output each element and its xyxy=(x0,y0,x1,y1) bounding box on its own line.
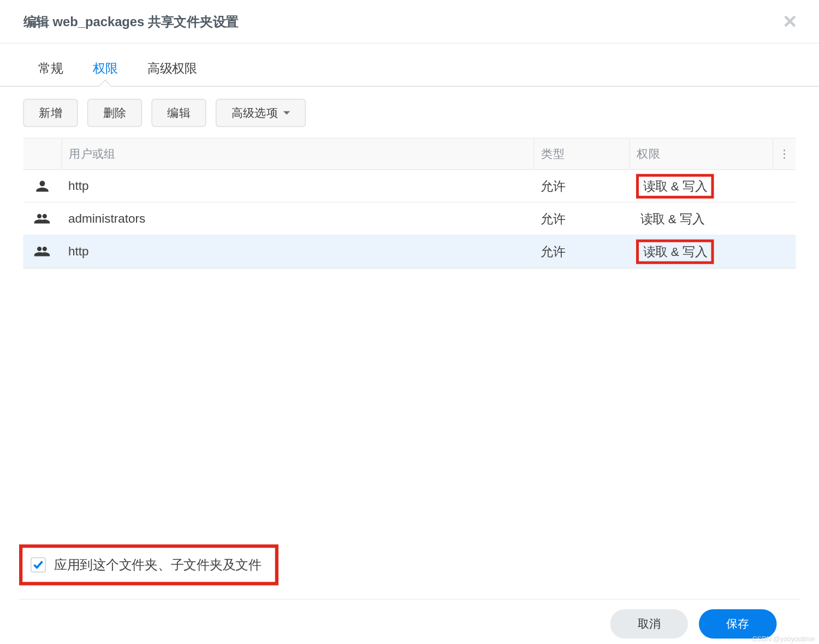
close-icon[interactable]: ✕ xyxy=(782,13,798,31)
tabs: 常规 权限 高级权限 xyxy=(0,46,819,87)
cell-type: 允许 xyxy=(534,243,630,260)
delete-button[interactable]: 删除 xyxy=(87,99,142,127)
apply-checkbox[interactable] xyxy=(31,557,46,573)
cell-permission: 读取 & 写入 xyxy=(630,174,773,198)
table-row[interactable]: http 允许 读取 & 写入 xyxy=(23,170,796,202)
check-icon xyxy=(33,559,44,570)
add-button[interactable]: 新增 xyxy=(23,99,78,127)
table-row[interactable]: http 允许 读取 & 写入 xyxy=(23,235,796,268)
tab-general[interactable]: 常规 xyxy=(23,46,78,86)
cancel-button[interactable]: 取消 xyxy=(610,609,689,639)
apply-checkbox-label: 应用到这个文件夹、子文件夹及文件 xyxy=(54,556,262,574)
button-bar: 取消 保存 xyxy=(19,599,800,642)
cell-permission: 读取 & 写入 xyxy=(630,209,773,228)
cell-name: administrators xyxy=(62,212,534,226)
group-icon xyxy=(23,211,62,226)
th-permission[interactable]: 权限 xyxy=(630,139,773,169)
column-options-icon[interactable]: ⋮ xyxy=(773,139,796,169)
dialog-title: 编辑 web_packages 共享文件夹设置 xyxy=(23,13,782,31)
advanced-options-label: 高级选项 xyxy=(232,105,278,121)
th-type[interactable]: 类型 xyxy=(534,139,630,169)
dialog: 编辑 web_packages 共享文件夹设置 ✕ 常规 权限 高级权限 新增 … xyxy=(0,0,819,644)
tab-advanced-permissions[interactable]: 高级权限 xyxy=(133,46,212,86)
user-icon xyxy=(23,178,62,194)
table-header: 用户或组 类型 权限 ⋮ xyxy=(23,139,796,170)
chevron-down-icon xyxy=(283,111,290,115)
cell-type: 允许 xyxy=(534,178,630,194)
cell-name: http xyxy=(62,179,534,193)
cell-name: http xyxy=(62,245,534,259)
advanced-options-button[interactable]: 高级选项 xyxy=(216,99,306,127)
cell-permission: 读取 & 写入 xyxy=(630,239,773,264)
save-button[interactable]: 保存 xyxy=(699,609,777,639)
group-icon xyxy=(23,244,62,259)
toolbar: 新增 删除 编辑 高级选项 xyxy=(0,87,819,138)
table-row[interactable]: administrators 允许 读取 & 写入 xyxy=(23,202,796,235)
footer: 应用到这个文件夹、子文件夹及文件 取消 保存 xyxy=(0,545,819,645)
watermark: CSDN @yooyootime xyxy=(752,635,815,643)
tab-permissions[interactable]: 权限 xyxy=(78,46,133,86)
apply-to-subfolders-row[interactable]: 应用到这个文件夹、子文件夹及文件 xyxy=(19,545,278,586)
th-user-or-group[interactable]: 用户或组 xyxy=(62,139,534,169)
edit-button[interactable]: 编辑 xyxy=(152,99,206,127)
th-icon xyxy=(23,139,62,169)
cell-type: 允许 xyxy=(534,211,630,227)
permissions-table: 用户或组 类型 权限 ⋮ http 允许 读取 & 写入 admi xyxy=(23,138,796,269)
dialog-header: 编辑 web_packages 共享文件夹设置 ✕ xyxy=(0,0,819,44)
